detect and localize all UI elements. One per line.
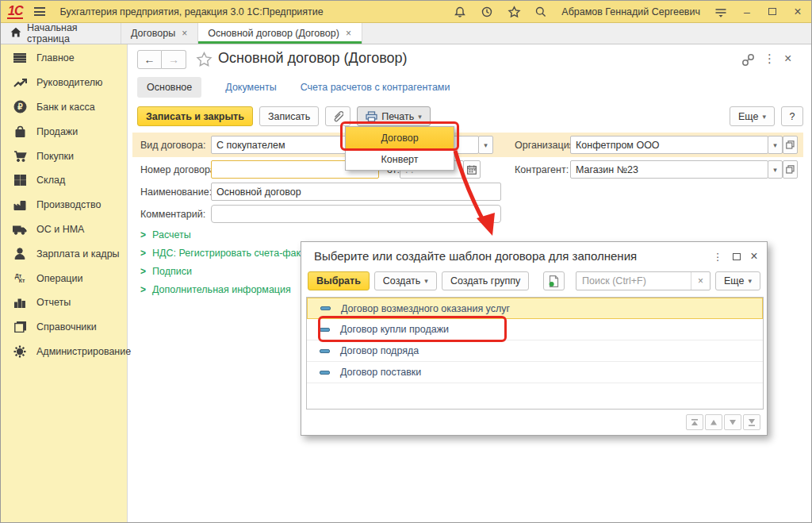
sidebar-item-label: Администрирование: [36, 346, 131, 357]
comment-input[interactable]: [216, 209, 496, 220]
tab-label: Договоры: [131, 28, 175, 39]
dash-icon: [320, 349, 330, 353]
list-item-podryada[interactable]: Договор подряда: [307, 340, 763, 362]
naimenovanie-input[interactable]: [211, 183, 501, 201]
sidebar-item-operacii[interactable]: ДтКт Операции: [1, 266, 127, 290]
kommentariy-input[interactable]: [211, 205, 501, 223]
dialog-search-input[interactable]: [576, 275, 691, 286]
sidebar-item-spravochniki[interactable]: Справочники: [1, 315, 127, 340]
forward-button[interactable]: →: [162, 50, 186, 69]
tab-scheta-raschetov[interactable]: Счета расчетов с контрагентами: [301, 82, 450, 93]
sidebar-item-label: ОС и НМА: [36, 224, 84, 235]
go-down-button[interactable]: [724, 414, 741, 430]
dialog-close-icon[interactable]: ×: [746, 249, 762, 263]
list-item-kupli-prodazhi[interactable]: Договор купли продажи: [307, 319, 763, 340]
create-button[interactable]: Создать▾: [374, 271, 437, 290]
list-item-vozmezdnogo[interactable]: Договор возмездного оказания услуг: [307, 298, 763, 319]
minimize-button[interactable]: –: [738, 3, 756, 21]
link-icon[interactable]: [741, 53, 755, 69]
sidebar-item-sklad[interactable]: Склад: [1, 168, 127, 193]
sidebar-item-zarplata-kadry[interactable]: Зарплата и кадры: [1, 241, 127, 266]
section-podpisi[interactable]: >Подписи: [140, 266, 192, 277]
more-dots-icon[interactable]: ⋮: [764, 52, 776, 66]
ruble-coin-icon: ₽: [12, 99, 28, 115]
save-button[interactable]: Записать: [259, 106, 319, 126]
sidebar-item-otchety[interactable]: Отчеты: [1, 290, 127, 315]
attachment-button[interactable]: [325, 106, 350, 126]
dialog-maximize-icon[interactable]: [729, 249, 745, 263]
section-dop-informaciya[interactable]: >Дополнительная информация: [140, 284, 291, 295]
naimenovanie-label: Наименование:: [140, 183, 212, 201]
template-list: Договор возмездного оказания услуг Догов…: [306, 297, 764, 410]
go-up-button[interactable]: [705, 414, 722, 430]
sidebar-item-glavnoe[interactable]: Главное: [1, 46, 127, 71]
save-close-button[interactable]: Записать и закрыть: [137, 106, 253, 126]
clear-search-icon[interactable]: ×: [691, 272, 710, 290]
sidebar-item-bank-kassa[interactable]: ₽ Банк и касса: [1, 95, 127, 120]
nomer-dogovora-label: Номер договора:: [140, 160, 218, 179]
organization-field[interactable]: Конфетпром ООО: [570, 136, 768, 154]
sidebar-item-label: Банк и касса: [36, 102, 95, 113]
tab-osnovnoe[interactable]: Основное: [137, 77, 201, 98]
tab-osnovnoy-dogovor[interactable]: Основной договор (Договор) ×: [198, 23, 362, 44]
file-green-icon: [549, 275, 559, 287]
go-first-button[interactable]: [686, 414, 703, 430]
boxes-grid-icon: [12, 172, 28, 188]
tab-dogovory[interactable]: Договоры ×: [121, 23, 198, 44]
form-nav-tabs: Основное Документы Счета расчетов с конт…: [137, 77, 450, 98]
sidebar-item-pokupki[interactable]: Покупки: [1, 144, 127, 168]
close-tab-icon[interactable]: ×: [345, 28, 352, 39]
close-tab-icon[interactable]: ×: [181, 28, 188, 39]
name-input[interactable]: [216, 187, 496, 198]
sidebar-item-administrirovanie[interactable]: Администрирование: [1, 340, 127, 364]
back-button[interactable]: ←: [137, 50, 162, 69]
list-item-postavki[interactable]: Договор поставки: [307, 362, 763, 383]
menu-item-konvert[interactable]: Конверт: [346, 148, 454, 170]
dialog-more-dots-icon[interactable]: ⋮: [710, 249, 726, 263]
create-group-button[interactable]: Создать группу: [442, 271, 529, 290]
1c-logo-icon[interactable]: 1С: [7, 5, 23, 19]
tab-home[interactable]: Начальная страница: [1, 23, 121, 44]
main-menu-icon[interactable]: [31, 6, 48, 17]
history-icon[interactable]: [477, 3, 496, 21]
vid-dogovora-label: Вид договора:: [140, 136, 205, 154]
favorite-star-icon[interactable]: [196, 52, 213, 70]
list-item-label: Договор поставки: [340, 367, 421, 378]
calendar-icon: [467, 165, 477, 175]
help-button[interactable]: ?: [781, 106, 803, 126]
maximize-button[interactable]: [764, 3, 781, 21]
contragent-field[interactable]: Магазин №23: [570, 160, 768, 179]
cart-icon: [12, 148, 28, 164]
sidebar-item-prodazhi[interactable]: Продажи: [1, 119, 127, 144]
tab-dokumenty[interactable]: Документы: [225, 82, 276, 93]
sections-panel: Главное Руководителю ₽ Банк и касса Прод…: [1, 44, 128, 523]
close-form-icon[interactable]: ×: [784, 52, 791, 66]
notifications-bell-icon[interactable]: [450, 3, 469, 21]
section-nds[interactable]: >НДС: Регистрировать счета-факту: [140, 248, 310, 259]
menu-item-dogovor[interactable]: Договор: [346, 127, 454, 148]
more-button[interactable]: Еще▾: [730, 106, 775, 126]
load-template-button[interactable]: [543, 271, 565, 290]
organization-dropdown-button[interactable]: ▾: [768, 136, 783, 154]
sidebar-item-rukovoditelyu[interactable]: Руководителю: [1, 71, 127, 95]
close-window-button[interactable]: ×: [789, 3, 806, 21]
contragent-dropdown-button[interactable]: ▾: [768, 160, 783, 179]
favorites-star-icon[interactable]: [504, 3, 523, 21]
current-user[interactable]: Абрамов Геннадий Сергеевич: [561, 6, 700, 17]
select-button[interactable]: Выбрать: [308, 271, 370, 290]
dialog-more-button[interactable]: Еще▾: [715, 271, 760, 290]
sidebar-item-proizvodstvo[interactable]: Производство: [1, 193, 127, 217]
print-button[interactable]: Печать ▾: [357, 106, 430, 126]
organization-open-button[interactable]: [783, 136, 798, 154]
section-raschety[interactable]: >Расчеты: [140, 229, 191, 240]
service-settings-icon[interactable]: [711, 3, 730, 21]
paperclip-icon: [332, 110, 343, 122]
vid-dropdown-button[interactable]: ▾: [478, 136, 493, 154]
dash-icon: [320, 306, 331, 310]
chevron-down-icon: ▾: [748, 277, 752, 285]
contragent-open-button[interactable]: [783, 160, 798, 179]
go-last-button[interactable]: [743, 414, 760, 430]
sidebar-item-os-nma[interactable]: ОС и НМА: [1, 217, 127, 242]
calendar-button[interactable]: [463, 160, 481, 179]
search-icon[interactable]: [531, 3, 550, 21]
